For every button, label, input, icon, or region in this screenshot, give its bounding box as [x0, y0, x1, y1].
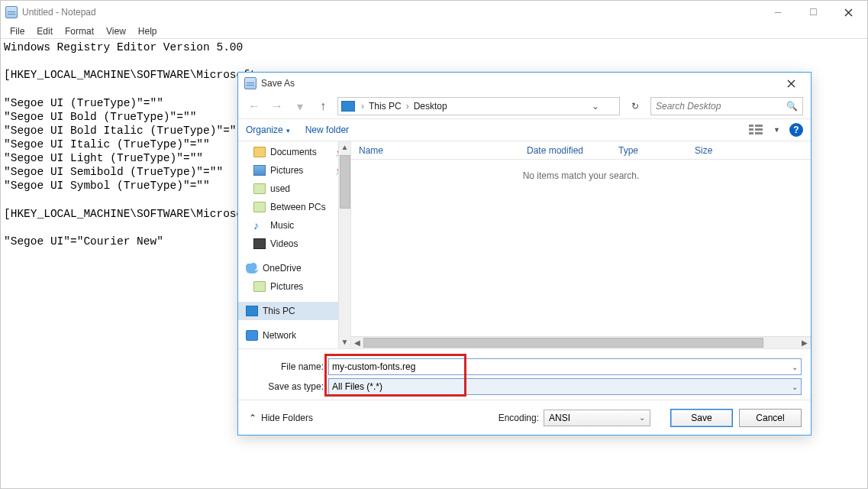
saveastype-value: All Files (*.*)	[332, 381, 382, 392]
scroll-down-icon[interactable]: ▼	[341, 336, 349, 348]
tree-item-betweenpcs[interactable]: Between PCs	[238, 198, 350, 216]
folder-icon	[253, 281, 266, 292]
breadcrumb-root[interactable]: This PC	[369, 101, 402, 112]
encoding-label: Encoding:	[499, 413, 539, 423]
chevron-down-icon[interactable]: ⌄	[592, 101, 599, 112]
pc-icon	[246, 306, 258, 316]
organize-button[interactable]: Organize	[246, 125, 290, 135]
tree-scrollbar[interactable]: ▲ ▼	[338, 141, 350, 348]
nav-recent-button[interactable]: ▾	[292, 99, 308, 114]
tree-group-network[interactable]: Network	[238, 326, 350, 345]
tree-item-pictures[interactable]: Pictures📌	[238, 161, 350, 180]
nav-back-button[interactable]: ←	[246, 99, 263, 113]
tree-item-videos[interactable]: Videos	[238, 235, 350, 253]
dialog-title: Save As	[261, 78, 295, 89]
new-folder-button[interactable]: New folder	[305, 125, 349, 135]
view-options-icon[interactable]	[749, 125, 764, 135]
nav-tree: Documents📌 Pictures📌 used Between PCs ♪M…	[238, 141, 351, 348]
encoding-select[interactable]: ANSI ⌄	[544, 410, 650, 426]
col-name[interactable]: Name	[359, 145, 527, 156]
filename-input[interactable]: my-custom-fonts.reg ⌄	[328, 358, 802, 375]
saveastype-row: Save as type: All Files (*.*) ⌄	[247, 377, 802, 397]
filename-value: my-custom-fonts.reg	[332, 361, 415, 372]
filename-label: File name:	[247, 361, 328, 372]
column-headers: Name Date modified Type Size	[351, 141, 811, 160]
tree-item-music[interactable]: ♪Music	[238, 216, 350, 235]
scroll-left-icon[interactable]: ◀	[351, 337, 363, 348]
scroll-thumb[interactable]	[340, 155, 350, 209]
dialog-icon	[244, 77, 257, 89]
cancel-button[interactable]: Cancel	[739, 409, 802, 427]
chevron-down-icon: ⌄	[639, 413, 645, 422]
notepad-titlebar: Untitled - Notepad ─ ☐	[1, 1, 867, 24]
tree-item-onedrive-pictures[interactable]: Pictures	[238, 277, 350, 296]
tree-group-onedrive[interactable]: OneDrive	[238, 259, 350, 277]
network-icon	[246, 330, 258, 341]
list-hscrollbar[interactable]: ◀ ▶	[351, 336, 811, 348]
menu-edit[interactable]: Edit	[31, 24, 59, 38]
help-icon[interactable]: ?	[789, 123, 803, 137]
encoding-value: ANSI	[549, 413, 570, 423]
cloud-icon	[246, 263, 258, 274]
chevron-down-icon[interactable]: ▼	[773, 126, 780, 134]
chevron-up-icon: ⌃	[249, 413, 257, 423]
breadcrumb[interactable]: › This PC › Desktop ⌄	[337, 97, 620, 115]
menu-help[interactable]: Help	[132, 24, 163, 38]
nav-up-button[interactable]: ↑	[315, 99, 331, 113]
filename-row: File name: my-custom-fonts.reg ⌄	[247, 357, 802, 377]
breadcrumb-folder[interactable]: Desktop	[414, 101, 447, 112]
dialog-close-button[interactable]	[774, 73, 808, 94]
pictures-icon	[253, 165, 266, 176]
hide-folders-button[interactable]: ⌃ Hide Folders	[249, 413, 313, 423]
maximize-button[interactable]: ☐	[795, 1, 831, 24]
scroll-thumb[interactable]	[363, 338, 763, 348]
chevron-down-icon[interactable]: ⌄	[792, 383, 798, 391]
notepad-title: Untitled - Notepad	[22, 7, 96, 18]
notepad-icon	[5, 6, 18, 18]
saveastype-select[interactable]: All Files (*.*) ⌄	[328, 378, 802, 395]
folder-icon	[253, 202, 266, 212]
tree-item-documents[interactable]: Documents📌	[238, 143, 350, 161]
file-list: Name Date modified Type Size No items ma…	[351, 141, 811, 348]
scroll-up-icon[interactable]: ▲	[341, 141, 349, 154]
minimize-button[interactable]: ─	[760, 1, 795, 24]
saveastype-label: Save as type:	[247, 381, 328, 392]
tree-item-used[interactable]: used	[238, 180, 350, 198]
search-input[interactable]: Search Desktop 🔍	[650, 97, 803, 115]
refresh-button[interactable]: ↻	[626, 101, 644, 112]
search-icon: 🔍	[786, 101, 798, 112]
chevron-right-icon: ›	[405, 101, 411, 112]
menubar: File Edit Format View Help	[1, 24, 867, 39]
music-icon: ♪	[253, 220, 266, 231]
search-placeholder: Search Desktop	[656, 101, 721, 112]
folder-icon	[253, 183, 266, 194]
tree-group-thispc[interactable]: This PC	[238, 302, 350, 320]
scroll-right-icon[interactable]: ▶	[799, 337, 811, 348]
col-size[interactable]: Size	[695, 145, 741, 156]
menu-view[interactable]: View	[100, 24, 132, 38]
nav-forward-button[interactable]: →	[269, 99, 286, 113]
chevron-down-icon[interactable]: ⌄	[792, 363, 798, 371]
toolbar: Organize New folder ▼ ?	[238, 118, 811, 141]
empty-message: No items match your search.	[351, 160, 811, 181]
chevron-right-icon: ›	[360, 101, 366, 112]
save-as-dialog: Save As ← → ▾ ↑ › This PC › Desktop ⌄ ↻ …	[237, 72, 812, 436]
close-button[interactable]	[831, 1, 866, 24]
folder-icon	[253, 147, 266, 157]
dialog-titlebar: Save As	[238, 73, 811, 94]
save-button[interactable]: Save	[670, 409, 733, 427]
pc-icon	[341, 101, 355, 112]
col-type[interactable]: Type	[618, 145, 695, 156]
nav-row: ← → ▾ ↑ › This PC › Desktop ⌄ ↻ Search D…	[238, 94, 811, 118]
menu-format[interactable]: Format	[59, 24, 100, 38]
col-date[interactable]: Date modified	[527, 145, 618, 156]
dialog-bottom-bar: ⌃ Hide Folders Encoding: ANSI ⌄ Save Can…	[238, 400, 811, 435]
video-icon	[253, 238, 266, 249]
menu-file[interactable]: File	[4, 24, 31, 38]
